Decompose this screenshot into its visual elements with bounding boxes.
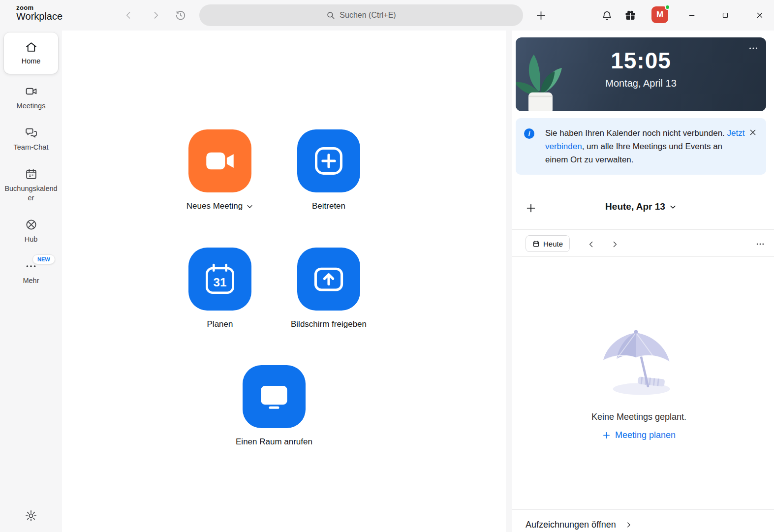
sidebar-item-label: Team-Chat bbox=[14, 143, 49, 152]
window-maximize-button[interactable] bbox=[718, 8, 733, 23]
right-panel: 15:05 Montag, April 13 i Sie haben Ihren… bbox=[512, 31, 774, 532]
calendar-date-row: Heute, Apr 13 bbox=[516, 198, 766, 219]
sidebar-item-booking-calendar[interactable]: Buchungskalender bbox=[0, 159, 62, 210]
recordings-label: Aufzeichnungen öffnen bbox=[526, 520, 616, 530]
history-button[interactable] bbox=[173, 8, 188, 23]
today-button-label: Heute bbox=[543, 240, 563, 248]
share-screen-button[interactable] bbox=[297, 248, 360, 311]
zoom-workplace-logo: zoom Workplace bbox=[16, 4, 62, 22]
sidebar: Home Meetings Team-Chat Buchungskalender… bbox=[0, 31, 62, 532]
window-minimize-button[interactable] bbox=[684, 8, 699, 23]
chevron-right-icon bbox=[611, 240, 619, 249]
divider bbox=[512, 229, 774, 230]
gift-icon bbox=[624, 9, 636, 21]
room-screen-icon bbox=[256, 378, 292, 415]
chevron-down-icon bbox=[669, 203, 677, 211]
sidebar-item-label: Hub bbox=[25, 235, 38, 244]
sidebar-item-label: Buchungskalender bbox=[3, 184, 59, 203]
close-icon bbox=[749, 128, 757, 136]
logo-product-text: Workplace bbox=[16, 11, 62, 22]
action-label: Planen bbox=[207, 319, 233, 329]
beach-umbrella-illustration bbox=[595, 325, 683, 399]
home-icon bbox=[25, 41, 37, 53]
today-button[interactable]: Heute bbox=[526, 235, 570, 252]
logo-zoom-text: zoom bbox=[16, 4, 62, 11]
recordings-section: Aufzeichnungen öffnen bbox=[512, 509, 774, 532]
home-main-area: Neues Meeting Beitreten 31 Planen Bildsc… bbox=[62, 31, 506, 532]
toolbar-more-button[interactable] bbox=[753, 238, 767, 250]
clock-banner: 15:05 Montag, April 13 bbox=[516, 37, 766, 111]
plus-icon bbox=[602, 431, 611, 439]
booking-calendar-icon bbox=[25, 168, 37, 180]
more-dots-icon bbox=[755, 239, 765, 249]
chevron-right-icon bbox=[625, 521, 632, 529]
action-call-room: Einen Raum anrufen bbox=[220, 365, 328, 447]
action-label: Einen Raum anrufen bbox=[236, 437, 312, 447]
settings-button[interactable] bbox=[0, 509, 62, 522]
schedule-button[interactable]: 31 bbox=[188, 248, 251, 311]
chat-bubbles-icon bbox=[25, 126, 37, 139]
action-label: Neues Meeting bbox=[186, 201, 243, 211]
plus-icon bbox=[535, 10, 547, 21]
nav-back-button[interactable] bbox=[121, 8, 136, 23]
banner-more-button[interactable] bbox=[746, 41, 760, 55]
chevron-left-icon bbox=[124, 10, 133, 20]
action-schedule: 31 Planen bbox=[166, 248, 274, 329]
no-meetings-empty-state: Keine Meetings geplant. Meeting planen bbox=[512, 256, 766, 509]
whats-new-button[interactable] bbox=[623, 8, 638, 23]
calendar-31-icon: 31 bbox=[202, 261, 238, 297]
action-label: Beitreten bbox=[312, 201, 345, 211]
new-meeting-button[interactable] bbox=[188, 129, 251, 192]
search-placeholder: Suchen (Ctrl+E) bbox=[340, 11, 396, 20]
video-camera-icon bbox=[25, 85, 37, 97]
chevron-left-icon bbox=[587, 240, 595, 249]
action-join: Beitreten bbox=[275, 129, 383, 211]
plan-meeting-label: Meeting planen bbox=[615, 430, 676, 440]
sidebar-item-more[interactable]: NEW Mehr bbox=[0, 251, 62, 293]
gear-icon bbox=[25, 509, 37, 522]
bell-icon bbox=[601, 10, 613, 21]
add-button[interactable] bbox=[533, 8, 548, 23]
banner-close-button[interactable] bbox=[746, 126, 759, 139]
sidebar-item-label: Mehr bbox=[23, 276, 39, 285]
action-share-screen: Bildschirm freigeben bbox=[275, 248, 383, 329]
sidebar-item-meetings[interactable]: Meetings bbox=[0, 77, 62, 118]
info-icon: i bbox=[524, 128, 534, 139]
next-day-button[interactable] bbox=[608, 238, 621, 250]
avatar[interactable]: M bbox=[651, 6, 668, 23]
date-header-label: Heute, Apr 13 bbox=[605, 201, 665, 212]
prev-day-button[interactable] bbox=[585, 238, 597, 250]
maximize-icon bbox=[721, 11, 730, 20]
sidebar-item-label: Home bbox=[22, 57, 41, 66]
clock-time: 15:05 bbox=[516, 47, 766, 74]
calendar-toolbar: Heute bbox=[516, 231, 766, 256]
call-room-button[interactable] bbox=[243, 365, 306, 428]
search-icon bbox=[326, 11, 335, 20]
action-new-meeting: Neues Meeting bbox=[166, 129, 274, 211]
history-icon bbox=[175, 10, 186, 21]
plan-meeting-link[interactable]: Meeting planen bbox=[602, 430, 676, 440]
calendar-connect-banner: i Sie haben Ihren Kalender noch nicht ve… bbox=[516, 118, 766, 175]
presence-dot bbox=[665, 4, 670, 10]
open-recordings-link[interactable]: Aufzeichnungen öffnen bbox=[526, 520, 774, 530]
avatar-letter: M bbox=[656, 10, 663, 20]
chevron-right-icon bbox=[151, 10, 161, 20]
sidebar-item-home[interactable]: Home bbox=[4, 32, 58, 74]
share-up-arrow-icon bbox=[310, 261, 347, 297]
new-badge: NEW bbox=[32, 254, 55, 264]
chevron-down-icon bbox=[246, 203, 253, 210]
action-label: Bildschirm freigeben bbox=[291, 319, 367, 329]
window-close-button[interactable] bbox=[752, 8, 767, 23]
titlebar: zoom Workplace Suchen (Ctrl+E) M bbox=[0, 0, 774, 31]
nav-forward-button[interactable] bbox=[149, 8, 163, 23]
notifications-button[interactable] bbox=[599, 8, 614, 23]
sidebar-item-hub[interactable]: Hub bbox=[0, 210, 62, 251]
join-button[interactable] bbox=[297, 129, 360, 192]
new-meeting-dropdown[interactable] bbox=[246, 203, 253, 210]
plus-rounded-icon bbox=[310, 143, 347, 179]
search-input[interactable]: Suchen (Ctrl+E) bbox=[199, 4, 523, 26]
banner-text-before: Sie haben Ihren Kalender noch nicht verb… bbox=[545, 128, 727, 138]
date-header-dropdown[interactable]: Heute, Apr 13 bbox=[516, 201, 766, 212]
sidebar-item-team-chat[interactable]: Team-Chat bbox=[0, 118, 62, 159]
minimize-icon bbox=[687, 11, 696, 20]
